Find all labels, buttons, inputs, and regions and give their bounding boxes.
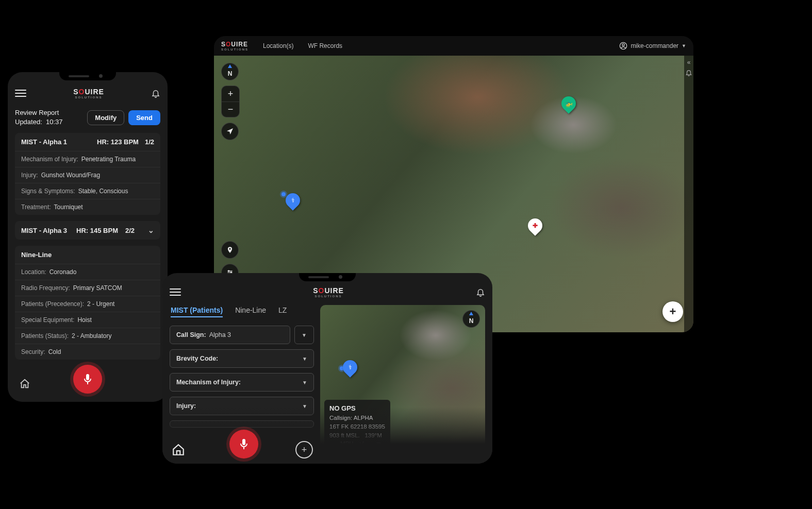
- chevron-down-icon: ▼: [682, 43, 686, 48]
- compass-arrow-icon: [469, 312, 473, 315]
- mini-map[interactable]: N ⚕ NO GPS Callsign: ALPHA 16T FK 62218 …: [320, 305, 485, 456]
- card-count: 1/2: [145, 138, 154, 146]
- brand-logo: SOUIRE SOLUTIONS: [221, 41, 248, 51]
- add-fab[interactable]: +: [662, 301, 683, 322]
- card-count: 2/2: [125, 227, 135, 234]
- map-marker-patient[interactable]: ⚕: [343, 360, 357, 375]
- modify-button[interactable]: Modify: [87, 110, 124, 125]
- mist-row: Mechanism of Injury:Penetrating Trauma: [15, 151, 160, 167]
- phone1-header: SOUIRE SOLUTIONS: [15, 82, 160, 104]
- bell-icon: [151, 89, 160, 98]
- phone-notch: [59, 72, 116, 80]
- desktop-header: SOUIRE SOLUTIONS Location(s) WF Records …: [214, 36, 693, 56]
- marker-tool-button[interactable]: [221, 241, 239, 259]
- user-menu[interactable]: mike-commander ▼: [619, 42, 686, 50]
- compass-arrow-icon: [228, 64, 232, 68]
- mist-row: Treatment:Tourniquet: [15, 199, 160, 215]
- home-button[interactable]: [19, 378, 30, 389]
- card-title: Nine-Line: [15, 246, 160, 264]
- nineline-row: Patients (Status):2 - Ambulatory: [15, 328, 160, 344]
- nav-wf-records[interactable]: WF Records: [308, 42, 342, 49]
- brevity-field[interactable]: Brevity Code: ▼: [170, 349, 314, 368]
- tab-bar: MIST (Patients) Nine-Line LZ: [170, 305, 314, 320]
- chevron-down-icon: ▼: [302, 403, 307, 409]
- svg-point-1: [622, 44, 624, 46]
- collapse-icon[interactable]: «: [687, 59, 691, 66]
- tab-mist[interactable]: MIST (Patients): [171, 306, 223, 317]
- bell-icon[interactable]: [685, 69, 692, 76]
- callsign-row: Call Sign: Alpha 3 ▼: [170, 326, 314, 344]
- compass-button[interactable]: N: [462, 310, 480, 328]
- phone-notch: [299, 273, 356, 281]
- gps-info-box: NO GPS Callsign: ALPHA 16T FK 62218 8359…: [324, 400, 390, 452]
- card-title: MIST - Alpha 3: [21, 227, 67, 234]
- nineline-row: Patients (Precedence):2 - Urgent: [15, 296, 160, 312]
- mist-row: Injury:Gunshot Wound/Frag: [15, 167, 160, 183]
- tablet-mist-form: SOUIRE SOLUTIONS MIST (Patients) Nine-Li…: [162, 273, 492, 464]
- map-controls-top: N + −: [221, 63, 240, 140]
- notifications-button[interactable]: [476, 287, 485, 297]
- brand-logo: SOUIRE SOLUTIONS: [313, 286, 344, 298]
- medical-icon: ⚕: [348, 364, 352, 371]
- map-marker-hospital[interactable]: ✚: [528, 218, 542, 233]
- user-icon: [619, 42, 627, 50]
- map-dot-self: [281, 192, 286, 196]
- mist-alpha1-card: MIST - Alpha 1 HR: 123 BPM 1/2 Mechanism…: [15, 133, 160, 215]
- chevron-down-icon: ⌄: [148, 226, 154, 234]
- extra-field[interactable]: [170, 420, 314, 428]
- notifications-button[interactable]: [151, 89, 160, 98]
- send-button[interactable]: Send: [128, 110, 160, 125]
- mic-icon: [81, 373, 94, 385]
- brand-logo: SOUIRE SOLUTIONS: [73, 88, 104, 99]
- zoom-out-button[interactable]: −: [222, 101, 239, 117]
- phone-review-report: SOUIRE SOLUTIONS Review Report Updated: …: [8, 72, 168, 402]
- chevron-down-icon: ▼: [302, 380, 307, 385]
- injury-field[interactable]: Injury: ▼: [170, 397, 314, 415]
- home-icon: [19, 378, 30, 389]
- menu-button[interactable]: [170, 289, 181, 296]
- nineline-card: Nine-Line Location:Coronado Radio Freque…: [15, 246, 160, 360]
- helicopter-icon: 🚁: [565, 100, 573, 107]
- cross-icon: ✚: [533, 222, 538, 229]
- nineline-row: Security:Cold: [15, 344, 160, 360]
- mic-button[interactable]: [73, 365, 102, 394]
- pin-icon: [226, 246, 234, 253]
- mist-alpha3-card[interactable]: MIST - Alpha 3 HR: 145 BPM 2/2 ⌄: [15, 221, 160, 240]
- callsign-field[interactable]: Call Sign: Alpha 3: [170, 326, 290, 344]
- mist-row: Signs & Symptoms:Stable, Conscious: [15, 183, 160, 199]
- locate-button[interactable]: [221, 123, 239, 140]
- gps-status: NO GPS: [329, 404, 356, 412]
- nav-locations[interactable]: Location(s): [263, 42, 293, 49]
- home-icon: [172, 443, 185, 456]
- nineline-row: Special Equipment:Hoist: [15, 312, 160, 328]
- callsign-dropdown-button[interactable]: ▼: [294, 326, 314, 344]
- home-button[interactable]: [172, 443, 185, 456]
- mic-icon: [238, 438, 250, 450]
- tab-lz[interactable]: LZ: [278, 306, 287, 317]
- svg-rect-8: [87, 382, 88, 384]
- hr-value: HR: 123 BPM: [97, 138, 139, 146]
- phone2-body: MIST (Patients) Nine-Line LZ Call Sign: …: [170, 305, 485, 456]
- nineline-row: Radio Frequency:Primary SATCOM: [15, 280, 160, 296]
- map-marker-patient[interactable]: ⚕: [286, 193, 300, 208]
- card-title: MIST - Alpha 1: [21, 138, 67, 146]
- map-marker-helo[interactable]: 🚁: [561, 96, 576, 111]
- svg-point-5: [228, 270, 229, 272]
- phone2-header: SOUIRE SOLUTIONS: [170, 281, 485, 303]
- menu-button[interactable]: [15, 90, 26, 97]
- location-arrow-icon: [226, 127, 234, 135]
- chevron-down-icon: ▼: [302, 356, 307, 362]
- right-rail: «: [684, 56, 693, 332]
- compass-button[interactable]: N: [221, 63, 239, 80]
- svg-rect-9: [243, 447, 244, 449]
- bell-icon: [476, 287, 485, 297]
- hr-value: HR: 145 BPM: [76, 227, 118, 234]
- tab-nineline[interactable]: Nine-Line: [235, 306, 266, 317]
- mechanism-field[interactable]: Mechanism of Injury: ▼: [170, 373, 314, 392]
- add-button[interactable]: +: [295, 441, 313, 459]
- mic-button[interactable]: [229, 430, 258, 459]
- page-title: Review Report: [15, 108, 63, 117]
- medical-icon: ⚕: [291, 197, 295, 204]
- zoom-in-button[interactable]: +: [222, 86, 239, 101]
- zoom-controls: + −: [221, 86, 240, 117]
